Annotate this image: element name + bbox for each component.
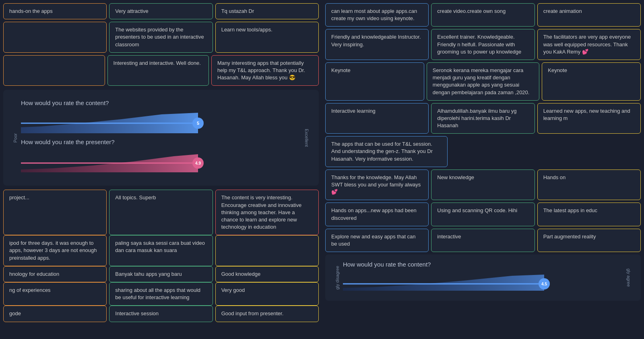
list-item: create video.create own song (431, 3, 535, 27)
list-item: sharing about all the apps that would be… (109, 282, 213, 306)
list-item: Excellent trainer. Knowledgeable. Friend… (431, 29, 535, 60)
list-item: Keynote (542, 62, 641, 101)
list-item: ipod for three days. it was enough to ap… (3, 235, 107, 266)
left-bottom-row-0: project...All topics. SuperbThe content … (3, 190, 319, 235)
left-bottom-rows: project...All topics. SuperbThe content … (3, 190, 319, 322)
bottom-rating-section: gly disagree How would you rate the cont… (325, 254, 641, 301)
list-item: interactive (431, 229, 535, 252)
list-item: All topics. Superb (109, 190, 213, 235)
presenter-chart-svg: 4.9 (21, 150, 301, 174)
left-bottom-row-3: ng of experiencessharing about all the a… (3, 282, 319, 306)
list-item: Alhamdulillah.banyak ilmu baru yg dipero… (431, 103, 535, 134)
list-item (3, 22, 107, 53)
bottom-chart-svg: 4.5 (343, 273, 623, 293)
list-item: Part augmented reality (537, 229, 641, 252)
list-item (215, 235, 319, 266)
right-row7: Hands on apps...new apps had been discov… (325, 203, 641, 226)
bottom-axis-right: gly agree (626, 269, 631, 287)
list-item: Seronok kerana mereka mengajar cara menj… (427, 62, 539, 101)
list-item: Banyak tahu apps yang baru (109, 266, 213, 282)
list-item: Very attractive (109, 3, 213, 19)
list-item: Interesting and interactive. Well done. (107, 55, 209, 86)
list-item: paling saya suka sessi cara buat video d… (109, 235, 213, 266)
svg-text:4.5: 4.5 (541, 282, 547, 286)
right-row4: Interactive learning Alhamdulillah.banya… (325, 103, 641, 134)
list-item: Friendly and knowledgeable Instructor. V… (325, 29, 429, 60)
content-chart-svg: 5 (21, 111, 301, 135)
list-item: project... (3, 190, 107, 235)
right-row2: Friendly and knowledgeable Instructor. V… (325, 29, 641, 60)
list-item: Interactive session (109, 306, 213, 322)
list-item: Thanks for the knowledge. May Allah SWT … (325, 170, 429, 201)
list-item: Hands on (537, 170, 641, 201)
chart-wrapper: Poor How would you rate the content? (13, 96, 309, 179)
list-item: Many interesting apps that potentially h… (211, 55, 319, 86)
right-row3: Keynote Seronok kerana mereka mengajar c… (325, 62, 641, 101)
list-item: Explore new and easy apps that can be us… (325, 229, 429, 252)
left-row3: Interesting and interactive. Well done. … (3, 55, 319, 86)
list-item: Keynote (325, 62, 424, 101)
list-item (3, 55, 105, 86)
list-item: gode (3, 306, 107, 322)
spacer (450, 136, 544, 167)
right-row8: Explore new and easy apps that can be us… (325, 229, 641, 252)
right-row6: Thanks for the knowledge. May Allah SWT … (325, 170, 641, 201)
list-item: ng of experiences (3, 282, 107, 306)
right-top-row: can learn most about apple apps.can crea… (325, 3, 641, 27)
list-item: The facilitators are very app everyone w… (537, 29, 641, 60)
list-item: The apps that can be used for T&L sessio… (325, 136, 448, 167)
svg-text:5: 5 (197, 121, 199, 126)
svg-marker-8 (343, 275, 544, 291)
chart-inner: How would you rate the content? (21, 99, 301, 176)
list-item: Learn new tools/apps. (215, 22, 319, 53)
list-item: can learn most about apple apps.can crea… (325, 3, 429, 27)
list-item: Tq ustazah Dr (215, 3, 319, 19)
left-panel: hands-on the apps Very attractive Tq ust… (0, 0, 322, 339)
list-item: Learned new apps, new teaching and learn… (537, 103, 641, 134)
svg-text:4.9: 4.9 (195, 161, 201, 165)
presenter-rating-label: How would you rate the presenter? (21, 138, 301, 145)
spacer (547, 136, 641, 167)
list-item: The websites provided by the presenters … (109, 22, 213, 53)
list-item: hands-on the apps (3, 3, 107, 19)
axis-right-label: Excellent (304, 129, 309, 147)
rating-section: Poor How would you rate the content? (3, 90, 319, 186)
list-item: The latest apps in educ (537, 203, 641, 226)
main-container: hands-on the apps Very attractive Tq ust… (0, 0, 644, 339)
left-bottom-row-2: hnology for educationBanyak tahu apps ya… (3, 266, 319, 282)
list-item: hnology for education (3, 266, 107, 282)
list-item: create animation (537, 3, 641, 27)
left-row2: The websites provided by the presenters … (3, 22, 319, 53)
bottom-content-label: How would you rate the content? (343, 261, 623, 268)
left-bottom-row-4: godeInteractive sessionGood input from p… (3, 306, 319, 322)
axis-left-label: Poor (13, 133, 18, 143)
content-rating-label: How would you rate the content? (21, 99, 301, 106)
left-top-row: hands-on the apps Very attractive Tq ust… (3, 3, 319, 19)
list-item: Good knowledge (215, 266, 319, 282)
list-item: Very good (215, 282, 319, 306)
list-item: Using and scanning QR code. Hihi (431, 203, 535, 226)
right-panel: can learn most about apple apps.can crea… (322, 0, 644, 339)
left-bottom-row-1: ipod for three days. it was enough to ap… (3, 235, 319, 266)
list-item: Good input from presenter. (215, 306, 319, 322)
list-item: The content is very interesting. Encoura… (215, 190, 319, 235)
list-item: Interactive learning (325, 103, 429, 134)
bottom-axis-left: gly disagree (335, 266, 340, 289)
list-item: New knowledge (431, 170, 535, 201)
list-item: Hands on apps...new apps had been discov… (325, 203, 429, 226)
right-row5: The apps that can be used for T&L sessio… (325, 136, 641, 167)
